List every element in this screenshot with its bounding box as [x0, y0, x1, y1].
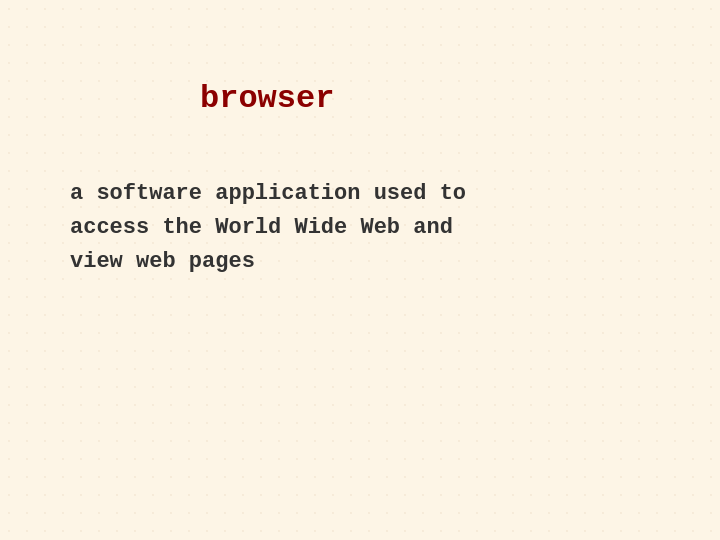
- definition-line3: view web pages: [70, 245, 650, 279]
- page-container: browser a software application used to a…: [0, 0, 720, 540]
- page-title: browser: [200, 80, 650, 117]
- definition-text: a software application used to access th…: [70, 177, 650, 279]
- definition-line1: a software application used to: [70, 177, 650, 211]
- definition-line2: access the World Wide Web and: [70, 211, 650, 245]
